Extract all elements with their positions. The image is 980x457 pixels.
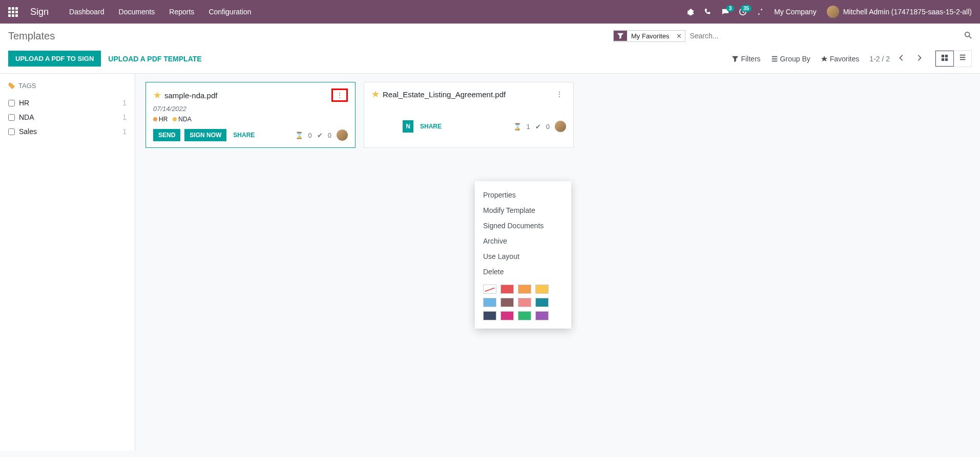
send-button[interactable]: SEND [153, 129, 180, 141]
tag-filter-hr[interactable]: HR 1 [8, 96, 127, 110]
share-button[interactable]: SHARE [418, 120, 444, 133]
card-title: Real_Estate_Listing_Agreement.pdf [383, 90, 506, 99]
color-swatch[interactable] [501, 298, 514, 307]
color-swatch[interactable] [501, 311, 514, 320]
user-name: Mitchell Admin (17471875-saas-15-2-all) [843, 8, 972, 16]
color-swatch[interactable] [535, 298, 549, 307]
content-area: ★ sample-nda.pdf ⋮ 07/14/2022 HR NDA SEN… [135, 74, 980, 451]
pager-count: 1-2 / 2 [869, 55, 890, 63]
activities-badge: 35 [741, 5, 752, 12]
filter-chip-remove[interactable]: ✕ [673, 31, 685, 41]
page-title: Templates [8, 30, 55, 42]
filter-chip-label: My Favorites [627, 31, 673, 41]
template-card[interactable]: ★ sample-nda.pdf ⋮ 07/14/2022 HR NDA SEN… [145, 82, 356, 148]
toolbar: UPLOAD A PDF TO SIGN UPLOAD A PDF TEMPLA… [0, 46, 980, 74]
color-swatch[interactable] [518, 298, 531, 307]
responsible-avatar[interactable] [337, 129, 348, 141]
favorites-button[interactable]: Favorites [821, 55, 860, 63]
filters-button[interactable]: Filters [732, 55, 760, 63]
color-swatch[interactable] [518, 285, 531, 294]
color-swatch[interactable] [535, 311, 549, 320]
list-view-button[interactable] [954, 51, 971, 67]
color-swatch[interactable] [483, 298, 496, 307]
responsible-avatar[interactable] [555, 121, 566, 132]
card-dropdown-menu: Properties Modify Template Signed Docume… [475, 181, 571, 329]
menu-use-layout[interactable]: Use Layout [475, 249, 571, 264]
menu-signed-documents[interactable]: Signed Documents [475, 218, 571, 233]
sign-now-button[interactable]: N [403, 120, 413, 133]
user-menu[interactable]: Mitchell Admin (17471875-saas-15-2-all) [827, 6, 972, 18]
top-navbar: Sign Dashboard Documents Reports Configu… [0, 0, 980, 24]
menu-modify-template[interactable]: Modify Template [475, 203, 571, 218]
pager-prev[interactable] [896, 52, 907, 65]
tools-icon[interactable] [757, 8, 764, 15]
filter-chip: My Favorites ✕ [613, 30, 685, 42]
card-date: 07/14/2022 [153, 105, 348, 113]
svg-rect-4 [942, 58, 944, 61]
star-icon[interactable]: ★ [153, 90, 161, 101]
tag-checkbox[interactable] [8, 100, 15, 106]
check-icon: ✔ [535, 123, 541, 130]
card-menu-button[interactable]: ⋮ [553, 89, 566, 99]
svg-point-1 [965, 32, 970, 36]
pager-next[interactable] [913, 52, 925, 65]
nav-configuration[interactable]: Configuration [208, 8, 251, 16]
group-by-button[interactable]: Group By [771, 55, 810, 63]
sidebar: TAGS HR 1 NDA 1 Sales 1 [0, 74, 135, 451]
color-swatch[interactable] [483, 311, 496, 320]
menu-properties[interactable]: Properties [475, 187, 571, 203]
upload-pdf-sign-button[interactable]: UPLOAD A PDF TO SIGN [8, 51, 101, 67]
hourglass-icon: ⌛ [513, 123, 522, 130]
nav-dashboard[interactable]: Dashboard [69, 8, 105, 16]
messages-icon[interactable]: 3 [722, 8, 729, 15]
company-selector[interactable]: My Company [774, 8, 816, 16]
svg-rect-2 [942, 55, 944, 57]
messages-badge: 3 [726, 5, 735, 12]
pager: 1-2 / 2 [869, 52, 925, 65]
activities-icon[interactable]: 35 [739, 8, 746, 15]
check-icon: ✔ [317, 132, 323, 139]
search-icon[interactable] [965, 32, 972, 40]
tag-checkbox[interactable] [8, 128, 15, 135]
star-icon[interactable]: ★ [371, 89, 380, 100]
color-swatch[interactable] [501, 285, 514, 294]
template-card[interactable]: ★ Real_Estate_Listing_Agreement.pdf ⋮ SE… [364, 82, 574, 148]
share-button[interactable]: SHARE [231, 129, 257, 141]
sign-now-button[interactable]: SIGN NOW [184, 129, 226, 141]
card-menu-button[interactable]: ⋮ [331, 89, 348, 102]
color-swatch-none[interactable] [483, 285, 496, 294]
card-title: sample-nda.pdf [164, 91, 217, 100]
menu-archive[interactable]: Archive [475, 233, 571, 249]
nav-documents[interactable]: Documents [119, 8, 155, 16]
nav-reports[interactable]: Reports [169, 8, 194, 16]
svg-rect-3 [945, 55, 948, 57]
svg-rect-5 [945, 58, 948, 61]
phone-icon[interactable] [704, 8, 712, 15]
brand[interactable]: Sign [30, 7, 49, 17]
menu-delete[interactable]: Delete [475, 264, 571, 279]
card-tags: HR NDA [153, 116, 348, 123]
user-avatar-icon [827, 6, 839, 18]
tag-filter-sales[interactable]: Sales 1 [8, 124, 127, 139]
tag-checkbox[interactable] [8, 114, 15, 121]
sidebar-tags-header: TAGS [8, 82, 127, 90]
color-picker [475, 279, 571, 322]
search-input[interactable] [685, 30, 961, 42]
hourglass-icon: ⌛ [295, 132, 303, 139]
title-row: Templates My Favorites ✕ [0, 24, 980, 46]
bug-icon[interactable] [687, 8, 694, 15]
color-swatch[interactable] [518, 311, 531, 320]
apps-icon[interactable] [8, 7, 18, 17]
color-swatch[interactable] [535, 285, 549, 294]
tag-filter-nda[interactable]: NDA 1 [8, 110, 127, 124]
funnel-icon [614, 31, 627, 41]
upload-pdf-template-button[interactable]: UPLOAD A PDF TEMPLATE [101, 51, 208, 67]
kanban-view-button[interactable] [935, 51, 954, 67]
